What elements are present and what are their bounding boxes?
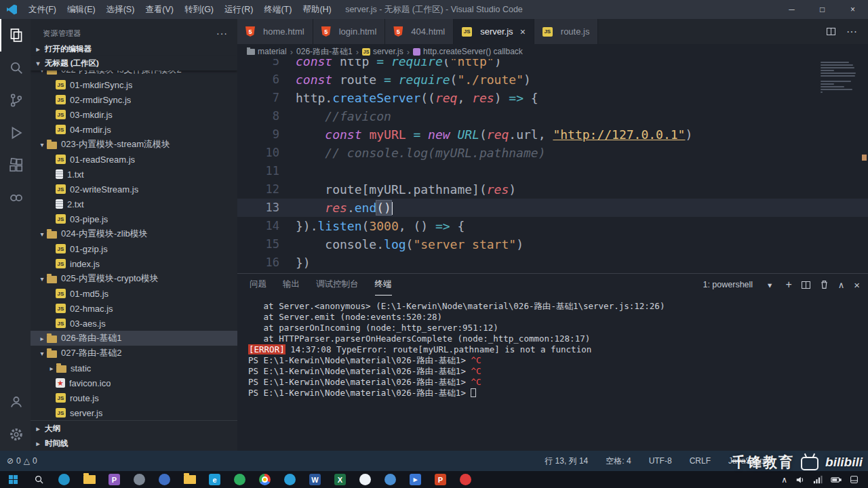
start-button[interactable] <box>0 471 26 488</box>
menu-item[interactable]: 终端(T) <box>258 0 297 19</box>
breadcrumb-item[interactable]: server.js <box>362 47 403 56</box>
breadcrumb-item[interactable]: material <box>247 47 287 56</box>
extensions-icon[interactable] <box>0 149 31 182</box>
breadcrumb-item[interactable]: 026-路由-基础1 <box>296 46 353 58</box>
menu-item[interactable]: 编辑(E) <box>62 0 101 19</box>
taskbar-app-folder-2[interactable] <box>177 471 202 488</box>
code-line[interactable]: 16}) <box>237 253 868 272</box>
terminal-output[interactable]: at Server.<anonymous> (E:\1-Kerwin\Node\… <box>237 296 868 451</box>
search-icon[interactable] <box>0 52 31 84</box>
close-button[interactable]: × <box>837 0 868 19</box>
taskbar-app-vscode[interactable] <box>277 471 302 488</box>
tree-file-item[interactable]: 2.txt <box>31 197 237 211</box>
kill-terminal-icon[interactable] <box>820 280 829 289</box>
menu-item[interactable]: 转到(G) <box>179 0 219 19</box>
taskbar-app-media-player[interactable]: ▸ <box>403 471 428 488</box>
source-control-icon[interactable] <box>0 84 31 117</box>
panel-tab-输出[interactable]: 输出 <box>283 274 300 296</box>
accounts-icon[interactable] <box>0 386 31 418</box>
menu-item[interactable]: 查看(V) <box>140 0 179 19</box>
network-icon[interactable] <box>813 475 823 485</box>
extra-tool-icon[interactable] <box>0 182 31 214</box>
status-item[interactable]: 行 13, 列 14 <box>545 455 588 467</box>
tree-file-item[interactable]: server.js <box>31 405 237 420</box>
tab-404.html[interactable]: 404.html <box>385 19 454 44</box>
code-editor[interactable]: 5const http = require("http")6const rout… <box>237 59 868 273</box>
explorer-icon[interactable] <box>0 19 31 52</box>
taskbar-app-qq[interactable] <box>353 471 378 488</box>
tree-file-item[interactable]: 01-readSream.js <box>31 152 237 167</box>
tree-file-item[interactable]: 03-pipe.js <box>31 211 237 226</box>
taskbar-app-app-red[interactable] <box>453 471 478 488</box>
speaker-icon[interactable] <box>795 475 805 485</box>
tab-server.js[interactable]: server.js× <box>454 19 534 44</box>
settings-gear-icon[interactable] <box>0 418 31 451</box>
problems-status[interactable]: ⊘ 0 △ 0 <box>7 456 37 466</box>
panel-tab-调试控制台[interactable]: 调试控制台 <box>316 274 359 296</box>
tree-file-item[interactable]: route.js <box>31 390 237 405</box>
taskbar-app-chrome-browser[interactable] <box>252 471 277 488</box>
status-item[interactable]: JavaScript <box>728 456 766 466</box>
tree-file-item[interactable]: 01-gzip.js <box>31 241 237 256</box>
sidebar-section-时间线[interactable]: ▸时间线 <box>31 436 237 451</box>
minimap[interactable] <box>821 62 857 94</box>
code-line[interactable]: 7http.createServer((req, res) => { <box>237 89 868 107</box>
code-line[interactable]: 10 // console.log(myURL.pathname) <box>237 144 868 162</box>
status-item[interactable]: 空格: 4 <box>606 455 631 467</box>
tree-file-item[interactable]: favicon.ico <box>31 375 237 390</box>
tree-file-item[interactable]: 01-md5.js <box>31 286 237 301</box>
menu-item[interactable]: 选择(S) <box>101 0 140 19</box>
tree-file-item[interactable]: 03-mkdir.js <box>31 107 237 122</box>
code-line[interactable]: 11 <box>237 162 868 180</box>
panel-tab-问题[interactable]: 问题 <box>250 274 267 296</box>
tree-file-item[interactable]: 02-writeStream.js <box>31 182 237 197</box>
code-line[interactable]: 13 res.end() <box>237 199 868 217</box>
code-line[interactable]: 12 route[myURL.pathname](res) <box>237 180 868 199</box>
battery-icon[interactable] <box>831 476 842 484</box>
notification-icon[interactable] <box>850 475 859 484</box>
maximize-button[interactable]: □ <box>807 0 837 19</box>
tree-folder-item[interactable]: ▸026-路由-基础1 <box>31 331 237 346</box>
menu-item[interactable]: 文件(F) <box>23 0 62 19</box>
tree-file-item[interactable]: 01-mkdirSync.js <box>31 77 237 92</box>
code-line[interactable]: 15 console.log("server start") <box>237 235 868 253</box>
taskbar-app-app-green[interactable] <box>227 471 252 488</box>
code-line[interactable]: 5const http = require("http") <box>237 59 868 70</box>
taskbar-app-word[interactable]: W <box>302 471 328 488</box>
code-line[interactable]: 9 const myURL = new URL(req.url, "http:/… <box>237 125 868 144</box>
menu-item[interactable]: 帮助(H) <box>297 0 336 19</box>
maximize-panel-icon[interactable]: ∧ <box>838 280 845 290</box>
taskbar-app-app-purple[interactable]: P <box>102 471 127 488</box>
close-tab-icon[interactable]: × <box>520 26 526 37</box>
taskbar-app-file-explorer[interactable] <box>77 471 102 488</box>
tree-file-item[interactable]: index.js <box>31 256 237 271</box>
taskbar-app-app-blue-2[interactable] <box>378 471 403 488</box>
code-line[interactable]: 8 //favicon <box>237 107 868 125</box>
open-editors-section[interactable]: ▸ 打开的编辑器 <box>31 42 237 56</box>
tree-folder-item[interactable]: ▾023-内置模块-stream流模块 <box>31 137 237 152</box>
tree-folder-item[interactable]: ▸static <box>31 361 237 375</box>
shell-selector[interactable]: 1: powershell ▾ <box>698 279 776 291</box>
breadcrumb-item[interactable]: http.createServer() callback <box>413 47 523 56</box>
tree-file-item[interactable]: 02-hmac.js <box>31 301 237 316</box>
panel-tab-终端[interactable]: 终端 <box>375 274 392 296</box>
taskbar-app-edge-browser[interactable]: e <box>202 471 227 488</box>
workspace-section[interactable]: ▾ 无标题 (工作区) <box>31 56 237 70</box>
tree-file-item[interactable]: 03-aes.js <box>31 316 237 331</box>
new-terminal-icon[interactable]: + <box>785 279 791 291</box>
split-editor-icon[interactable] <box>827 28 835 35</box>
editor-more-actions-icon[interactable]: ··· <box>846 26 857 38</box>
taskbar-app-app-gray[interactable] <box>127 471 152 488</box>
taskbar-app-app-blue[interactable] <box>152 471 177 488</box>
tab-login.html[interactable]: login.html <box>313 19 386 44</box>
taskbar-app-excel[interactable]: X <box>328 471 353 488</box>
tree-file-item[interactable]: 1.txt <box>31 167 237 182</box>
tab-home.html[interactable]: home.html <box>237 19 313 44</box>
taskbar-app-app-teal[interactable] <box>52 471 77 488</box>
sidebar-more-actions-icon[interactable]: ··· <box>216 28 228 39</box>
tree-folder-item[interactable]: ▾024-内置模块-zlib模块 <box>31 226 237 241</box>
status-item[interactable]: UTF-8 <box>649 456 672 466</box>
taskbar-search-icon[interactable] <box>26 471 52 488</box>
split-terminal-icon[interactable] <box>802 281 810 289</box>
menu-item[interactable]: 运行(R) <box>219 0 258 19</box>
